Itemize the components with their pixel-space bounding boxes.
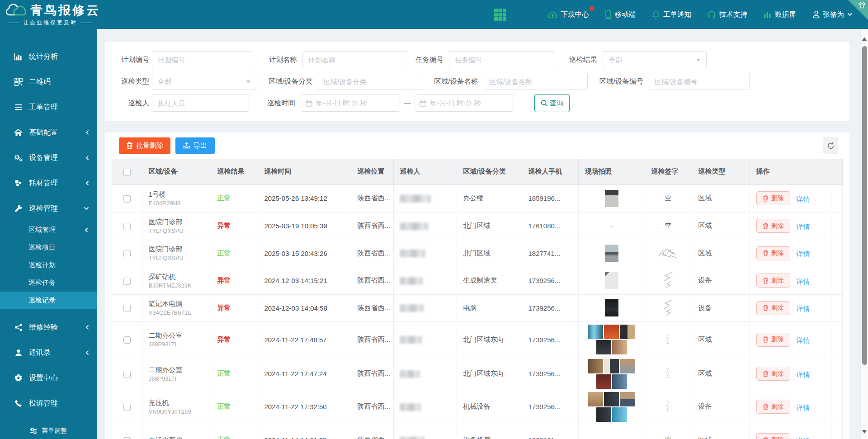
filter-input-plan-name[interactable]	[302, 51, 407, 68]
sidebar-item-device[interactable]: 设备管理	[0, 145, 97, 170]
delete-button[interactable]: 删除	[756, 219, 790, 233]
detail-link[interactable]: 详情	[797, 195, 810, 203]
detail-link[interactable]: 详情	[797, 336, 810, 344]
spacer-cell	[831, 267, 842, 294]
filter-input-plan-no[interactable]	[152, 51, 252, 68]
filter-select-result[interactable]: 全部	[603, 51, 707, 68]
photo-thumbnail[interactable]	[604, 325, 619, 339]
row-checkbox[interactable]	[123, 195, 131, 203]
sidebar-item-stats[interactable]: 统计分析	[0, 44, 97, 69]
header-item-notice[interactable]: 工单通知	[652, 10, 691, 19]
filter-date-end[interactable]: 年-月-日 时:分:秒	[415, 94, 514, 112]
photo-thumbnail[interactable]	[588, 359, 603, 373]
photo-thumbnail[interactable]	[605, 190, 618, 207]
sidebar-item-workorder[interactable]: 工单管理	[0, 94, 97, 120]
sidebar-item-contacts[interactable]: 通讯录	[0, 340, 97, 365]
photo-thumbnail[interactable]	[596, 340, 611, 354]
sidebar-item-label: 设置中心	[29, 373, 58, 383]
sidebar-item-material[interactable]: 耗材管理	[0, 170, 97, 196]
sidebar-item-qrcode[interactable]: 二维码	[0, 69, 97, 94]
photo-thumbnail[interactable]	[605, 245, 618, 262]
filter-input-devname[interactable]	[484, 73, 588, 90]
row-checkbox[interactable]	[123, 437, 131, 439]
photo-thumbnail[interactable]	[605, 272, 618, 289]
shirt-icon[interactable]	[858, 2, 866, 9]
photo-thumbnail[interactable]	[612, 374, 627, 389]
sidebar-item-inspect[interactable]: 巡检管理	[0, 196, 97, 221]
photo-thumbnail[interactable]	[604, 359, 619, 373]
row-checkbox[interactable]	[123, 278, 131, 285]
header-item-download[interactable]: 下载中心	[548, 10, 589, 19]
op-cell: 删除详情	[750, 358, 831, 390]
photo-thumbnail[interactable]	[596, 374, 611, 389]
sidebar-item-menu-adjust[interactable]: 菜单调整	[0, 422, 97, 439]
photo-thumbnail[interactable]	[588, 392, 603, 406]
photo-thumbnails	[583, 391, 641, 423]
filter-input-cat[interactable]	[318, 73, 422, 90]
refresh-button[interactable]	[823, 137, 838, 154]
detail-link[interactable]: 详情	[797, 437, 810, 439]
photo-thumbnail[interactable]	[620, 392, 635, 406]
sidebar-subitem-plan[interactable]: 巡检计划	[0, 256, 97, 274]
sidebar-item-experience[interactable]: 维修经验	[0, 315, 97, 340]
row-checkbox[interactable]	[123, 250, 131, 257]
sidebar-item-label: 维修经验	[29, 323, 58, 332]
filter-input-task-no[interactable]	[449, 51, 554, 68]
photo-thumbnail[interactable]	[588, 325, 603, 339]
sidebar-subitem-task[interactable]: 巡检任务	[0, 274, 97, 292]
photo-thumbnail[interactable]	[605, 299, 618, 316]
filter-input-person[interactable]	[152, 94, 249, 112]
delete-button[interactable]: 删除	[756, 191, 790, 205]
detail-link[interactable]: 详情	[797, 305, 810, 312]
delete-button[interactable]: 删除	[756, 433, 790, 439]
sidebar-item-complaint[interactable]: 投诉管理	[0, 391, 97, 416]
delete-button[interactable]: 删除	[756, 333, 790, 347]
delete-button[interactable]: 删除	[756, 274, 790, 288]
header-item-support[interactable]: 技术支持	[708, 10, 747, 19]
trash-icon	[763, 404, 769, 410]
photo-thumbnail[interactable]	[620, 359, 635, 373]
sidebar-subitem-item[interactable]: 巡检项目	[0, 239, 97, 256]
select-all-checkbox[interactable]	[123, 169, 131, 176]
user-menu[interactable]: 张修为	[812, 10, 853, 19]
detail-link[interactable]: 详情	[797, 371, 810, 378]
row-checkbox[interactable]	[123, 404, 131, 411]
row-checkbox[interactable]	[123, 305, 131, 312]
apps-grid-icon[interactable]	[494, 9, 506, 21]
scrollbar-up-arrow[interactable]	[862, 37, 867, 41]
photo-thumbnail[interactable]	[604, 392, 619, 406]
delete-button[interactable]: 删除	[756, 301, 790, 315]
table-row: 医院门诊部TYLFQXSPU异常2025-03-19 10:05:39陕西省西.…	[112, 212, 842, 240]
batch-delete-button[interactable]: 批量删除	[119, 137, 170, 154]
bell-icon	[652, 10, 660, 19]
delete-button[interactable]: 删除	[756, 400, 790, 414]
filter-select-type[interactable]: 全部	[152, 73, 256, 90]
detail-link[interactable]: 详情	[797, 278, 810, 285]
photo-thumbnail[interactable]	[612, 407, 627, 422]
detail-link[interactable]: 详情	[797, 223, 810, 231]
sidebar-submenu: 区域管理巡检项目巡检计划巡检任务巡检记录	[0, 221, 97, 309]
sidebar-subitem-area[interactable]: 区域管理	[0, 221, 97, 239]
row-checkbox[interactable]	[123, 371, 131, 378]
sidebar-item-settings[interactable]: 设置中心	[0, 365, 97, 391]
scrollbar-thumb[interactable]	[862, 46, 867, 365]
page-scrollbar[interactable]	[860, 29, 868, 439]
header-item-mobile[interactable]: 移动端	[605, 10, 636, 19]
detail-link[interactable]: 详情	[797, 250, 810, 258]
photo-thumbnail[interactable]	[620, 325, 635, 339]
export-button[interactable]: 导出	[175, 137, 215, 154]
photo-thumbnail[interactable]	[596, 407, 611, 422]
detail-link[interactable]: 详情	[797, 404, 810, 411]
delete-button[interactable]: 删除	[756, 367, 790, 381]
search-button[interactable]: 查询	[534, 94, 570, 112]
photo-thumbnail[interactable]	[612, 340, 627, 354]
row-checkbox[interactable]	[123, 336, 131, 344]
scrollbar-down-arrow[interactable]	[862, 430, 867, 434]
header-item-datascreen[interactable]: 数据屏	[764, 10, 796, 19]
row-checkbox[interactable]	[123, 223, 131, 230]
delete-button[interactable]: 删除	[756, 246, 790, 260]
filter-date-start[interactable]: 年-月-日 时:分:秒	[301, 94, 400, 112]
sidebar-item-baseconfig[interactable]: 基础配置	[0, 120, 97, 145]
filter-input-devno[interactable]	[649, 73, 750, 90]
sidebar-subitem-record[interactable]: 巡检记录	[0, 292, 97, 309]
